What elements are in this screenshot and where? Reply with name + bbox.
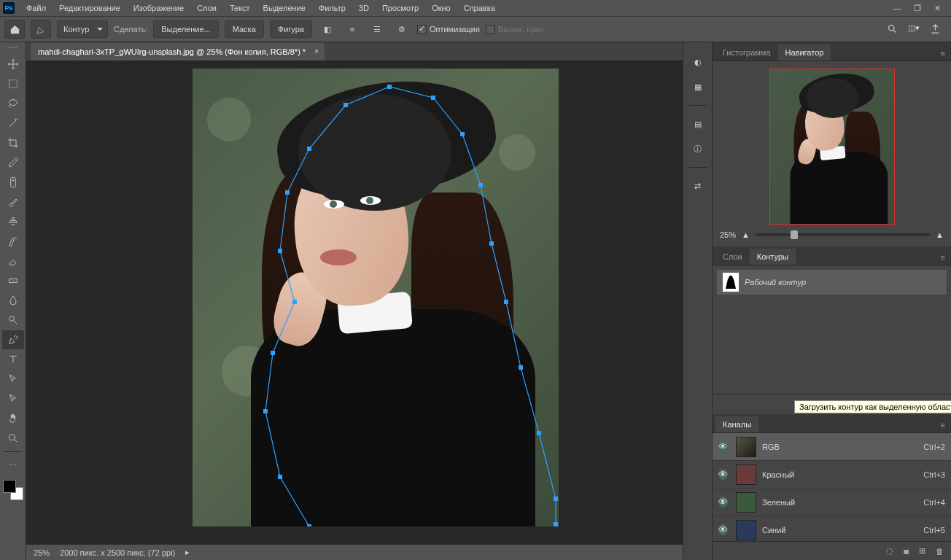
toolbar-grip[interactable]: [4, 47, 22, 51]
svg-point-5: [9, 316, 14, 322]
dock-libraries-icon[interactable]: ▤: [688, 114, 708, 133]
move-tool[interactable]: [2, 55, 24, 74]
canvas-viewport[interactable]: [26, 61, 683, 544]
svg-rect-25: [554, 522, 558, 526]
delete-channel-icon[interactable]: 🗑: [936, 547, 944, 556]
status-zoom[interactable]: 25%: [34, 548, 50, 557]
path-item-name: Рабочий контур: [745, 278, 806, 287]
dock-swatches-icon[interactable]: ▦: [688, 77, 708, 96]
blur-tool[interactable]: [2, 291, 24, 310]
tab-layers[interactable]: Слои: [715, 249, 750, 265]
dock-color-icon[interactable]: ◐: [688, 52, 708, 71]
visibility-eye-icon[interactable]: [718, 524, 730, 536]
menu-view[interactable]: Просмотр: [376, 2, 424, 14]
status-chevron-icon[interactable]: ▸: [185, 548, 190, 557]
window-minimize-icon[interactable]: —: [893, 4, 901, 13]
menu-select[interactable]: Выделение: [257, 2, 311, 14]
menu-edit[interactable]: Редактирование: [53, 2, 126, 14]
new-channel-icon[interactable]: ⊞: [919, 546, 925, 556]
brush-tool[interactable]: [2, 192, 24, 211]
channel-row[interactable]: ЗеленыйCtrl+4: [713, 489, 951, 516]
navigator-panel-tabs: Гистограмма Навигатор ≡: [713, 42, 951, 61]
save-selection-channel-icon[interactable]: ◙: [904, 547, 909, 556]
visibility-eye-icon[interactable]: [718, 441, 730, 453]
color-swatches[interactable]: [3, 480, 23, 500]
gear-icon[interactable]: ⚙: [392, 20, 411, 38]
make-mask-button[interactable]: Маска: [225, 20, 264, 38]
eraser-tool[interactable]: [2, 252, 24, 271]
panels-column: Гистограмма Навигатор ≡ 25% ▲ ▲ Слои: [712, 42, 951, 560]
magic-wand-tool[interactable]: [2, 114, 24, 133]
home-button[interactable]: [4, 20, 25, 39]
document-canvas[interactable]: [193, 69, 559, 526]
zoom-in-icon[interactable]: ▲: [936, 230, 944, 239]
path-combine-icon[interactable]: ◧: [318, 20, 337, 38]
path-arrange-icon[interactable]: ☰: [368, 20, 387, 38]
dock-info-icon[interactable]: ⓘ: [688, 139, 708, 158]
visibility-eye-icon[interactable]: [718, 469, 730, 481]
menu-layers[interactable]: Слои: [191, 2, 222, 14]
menu-help[interactable]: Справка: [458, 2, 501, 14]
marquee-tool[interactable]: [2, 74, 24, 93]
current-tool-icon[interactable]: [31, 20, 51, 39]
lasso-tool[interactable]: [2, 94, 24, 113]
menu-image[interactable]: Изображение: [128, 2, 190, 14]
zoom-out-icon[interactable]: ▲: [742, 230, 750, 239]
channel-name: Синий: [762, 526, 785, 534]
menu-file[interactable]: Файл: [20, 2, 52, 14]
channel-row[interactable]: КрасныйCtrl+3: [713, 461, 951, 489]
load-channel-selection-icon[interactable]: ◌: [886, 546, 893, 556]
optimize-checkbox[interactable]: Оптимизация: [417, 25, 480, 34]
pen-tool[interactable]: [2, 330, 24, 349]
eyedropper-tool[interactable]: [2, 153, 24, 172]
dodge-tool[interactable]: [2, 311, 24, 330]
path-align-icon[interactable]: ≡: [343, 20, 362, 38]
window-restore-icon[interactable]: ❐: [914, 4, 921, 13]
history-brush-tool[interactable]: [2, 232, 24, 251]
close-tab-icon[interactable]: ×: [314, 47, 319, 55]
tab-histogram[interactable]: Гистограмма: [715, 44, 778, 61]
clone-stamp-tool[interactable]: [2, 212, 24, 231]
menu-text[interactable]: Текст: [224, 2, 256, 14]
menu-filter[interactable]: Фильтр: [313, 2, 352, 14]
window-close-icon[interactable]: ✕: [934, 4, 941, 13]
document-tab-title: mahdi-chaghari-3xTP_gWUIrg-unsplash.jpg …: [38, 47, 306, 56]
tab-channels[interactable]: Каналы: [715, 416, 758, 432]
tab-paths[interactable]: Контуры: [750, 249, 796, 265]
path-mode-dropdown[interactable]: Контур: [57, 20, 108, 38]
channel-row[interactable]: СинийCtrl+5: [713, 516, 951, 541]
visibility-eye-icon[interactable]: [718, 497, 730, 508]
channel-shortcut: Ctrl+3: [923, 470, 945, 479]
paths-panel-tabs: Слои Контуры ≡: [713, 246, 951, 265]
channel-row[interactable]: RGBCtrl+2: [713, 433, 951, 461]
status-docinfo[interactable]: 2000 пикс. x 2500 пикс. (72 ppi): [60, 548, 175, 557]
search-icon[interactable]: [887, 23, 898, 36]
edit-toolbar-icon[interactable]: ⋯: [2, 456, 24, 475]
share-icon[interactable]: [930, 23, 941, 36]
collapsed-dock: ◐ ▦ ▤ ⓘ ⇄: [683, 42, 712, 560]
make-shape-button[interactable]: Фигура: [270, 20, 312, 38]
gradient-tool[interactable]: [2, 271, 24, 290]
crop-tool[interactable]: [2, 133, 24, 152]
type-tool[interactable]: [2, 350, 24, 369]
path-item[interactable]: Рабочий контур: [717, 270, 947, 295]
panel-menu-icon[interactable]: ≡: [935, 250, 951, 265]
path-selection-tool[interactable]: [2, 370, 24, 389]
healing-brush-tool[interactable]: [2, 173, 24, 192]
workspace-switcher-icon[interactable]: ◫▾: [908, 23, 920, 36]
zoom-tool[interactable]: [2, 429, 24, 448]
panel-menu-icon[interactable]: ≡: [935, 418, 951, 432]
make-selection-button[interactable]: Выделение...: [153, 20, 218, 38]
navigator-thumbnail[interactable]: [769, 69, 895, 225]
hand-tool[interactable]: [2, 409, 24, 428]
dock-adjustments-icon[interactable]: ⇄: [688, 176, 708, 195]
direct-selection-tool[interactable]: [2, 389, 24, 408]
navigator-zoom-slider[interactable]: [756, 233, 930, 236]
tab-navigator[interactable]: Навигатор: [778, 44, 831, 61]
panel-menu-icon[interactable]: ≡: [935, 46, 951, 61]
menu-3d[interactable]: 3D: [353, 2, 375, 14]
navigator-zoom-value[interactable]: 25%: [720, 230, 736, 239]
document-tab-bar: mahdi-chaghari-3xTP_gWUIrg-unsplash.jpg …: [26, 42, 683, 61]
menu-window[interactable]: Окно: [426, 2, 457, 14]
document-tab[interactable]: mahdi-chaghari-3xTP_gWUIrg-unsplash.jpg …: [31, 43, 325, 61]
